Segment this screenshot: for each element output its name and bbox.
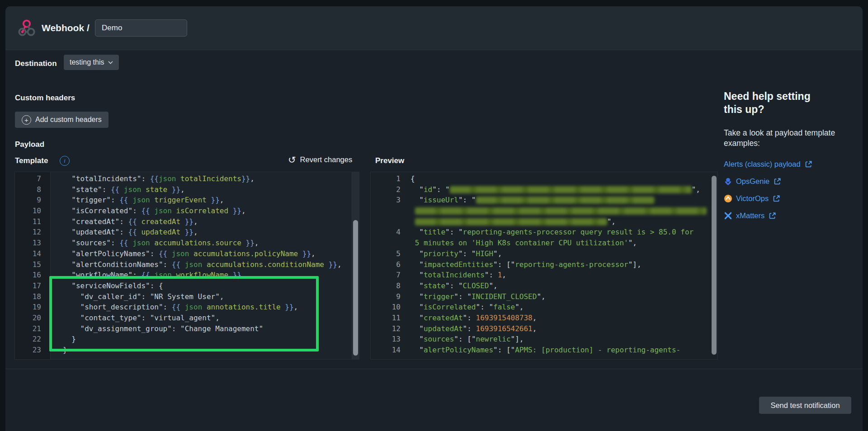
- external-link-icon: [769, 212, 776, 219]
- revert-icon: ↺: [288, 155, 296, 164]
- preview-code-lines: 1{2 "id": "",3 "issueUrl": " ",4 "title"…: [371, 173, 711, 359]
- link-alerts-classic-payload[interactable]: Alerts (classic) payload: [724, 159, 847, 169]
- payload-label: Payload: [15, 140, 44, 149]
- app-header: Webhook /: [5, 6, 863, 50]
- template-label: Template: [15, 156, 48, 165]
- link-victorops-label: VictorOps: [736, 194, 769, 203]
- destination-label: Destination: [15, 59, 57, 68]
- custom-headers-label: Custom headers: [15, 94, 75, 103]
- redacted-value: [450, 186, 692, 193]
- link-alerts-classic-payload-label: Alerts (classic) payload: [724, 160, 801, 169]
- link-victorops[interactable]: VictorOps: [724, 193, 847, 204]
- external-link-icon: [805, 161, 812, 168]
- webhook-settings-page: Webhook / Destination testing this Custo…: [0, 0, 868, 431]
- redacted-value: [415, 218, 607, 225]
- link-opsgenie[interactable]: OpsGenie: [724, 176, 847, 187]
- plus-circle-icon: +: [22, 115, 31, 125]
- preview-code-panel[interactable]: 1{2 "id": "",3 "issueUrl": " ",4 "title"…: [370, 172, 718, 360]
- link-xmatters-label: xMatters: [736, 211, 764, 220]
- add-custom-headers-label: Add custom headers: [35, 116, 102, 124]
- external-link-icon: [773, 195, 780, 202]
- help-sidebar: Need help setting this up? Take a look a…: [724, 90, 847, 221]
- chevron-down-icon: [108, 61, 113, 64]
- page-title: Webhook /: [42, 6, 90, 50]
- destination-dropdown-value: testing this: [70, 58, 104, 66]
- victorops-icon: [724, 194, 732, 203]
- webhook-logo-icon: [17, 19, 36, 37]
- preview-label: Preview: [375, 156, 404, 165]
- app-window: Webhook / Destination testing this Custo…: [5, 6, 863, 431]
- link-opsgenie-label: OpsGenie: [736, 177, 769, 186]
- redacted-value: [476, 197, 655, 204]
- redacted-value: [415, 207, 707, 215]
- add-custom-headers-button[interactable]: + Add custom headers: [15, 112, 108, 128]
- preview-scrollbar-thumb[interactable]: [712, 176, 717, 355]
- info-icon[interactable]: i: [60, 156, 70, 166]
- template-code-lines: 7 "totalIncidents": {{json totalIncident…: [15, 173, 352, 359]
- revert-changes-label: Revert changes: [300, 155, 353, 164]
- footer-divider: [5, 369, 863, 369]
- help-title: Need help setting this up?: [724, 90, 828, 116]
- opsgenie-icon: [724, 177, 732, 186]
- external-link-icon: [774, 178, 781, 185]
- link-xmatters[interactable]: xMatters: [724, 210, 847, 221]
- revert-changes-button[interactable]: ↺ Revert changes: [288, 155, 352, 164]
- template-code-editor[interactable]: 7 "totalIncidents": {{json totalIncident…: [14, 172, 359, 360]
- help-subtitle: Take a look at payload template examples…: [724, 128, 838, 149]
- template-scrollbar-thumb[interactable]: [353, 220, 358, 356]
- webhook-name-input[interactable]: [95, 19, 187, 37]
- help-links: Alerts (classic) payload OpsGenie: [724, 159, 847, 221]
- destination-dropdown[interactable]: testing this: [64, 55, 119, 70]
- xmatters-icon: [724, 211, 732, 220]
- send-test-notification-button[interactable]: Send test notification: [759, 397, 851, 414]
- send-test-notification-label: Send test notification: [770, 401, 840, 410]
- template-scrollbar-track[interactable]: [352, 172, 359, 359]
